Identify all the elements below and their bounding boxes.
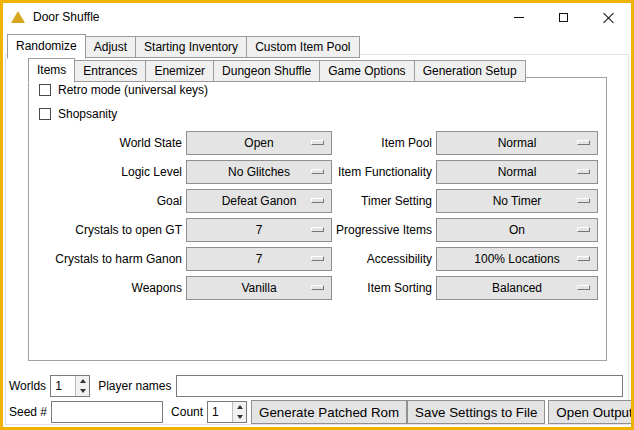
- tab-adjust[interactable]: Adjust: [85, 36, 136, 58]
- retro-mode-label: Retro mode (universal keys): [58, 83, 208, 97]
- spin-up-button[interactable]: [233, 402, 246, 412]
- spin-down-button[interactable]: [76, 386, 89, 396]
- crystals-open-gt-dropdown[interactable]: 7: [186, 218, 332, 242]
- open-output-directory-button[interactable]: Open Output Directory: [548, 400, 634, 424]
- tab-generation-setup[interactable]: Generation Setup: [414, 60, 526, 82]
- minimize-button[interactable]: [496, 3, 541, 31]
- dropdown-indicator-icon: [577, 285, 590, 290]
- dropdown-indicator-icon: [311, 198, 324, 203]
- dropdown-indicator-icon: [311, 227, 324, 232]
- progressive-items-dropdown[interactable]: On: [436, 218, 598, 242]
- logic-level-label: Logic Level: [29, 165, 182, 179]
- world-state-value: Open: [244, 136, 273, 150]
- retro-mode-checkbox-row: Retro mode (universal keys): [39, 83, 208, 97]
- goal-label: Goal: [29, 194, 182, 208]
- item-pool-value: Normal: [498, 136, 537, 150]
- count-spinbox[interactable]: 1: [207, 401, 247, 423]
- save-settings-button[interactable]: Save Settings to File: [407, 400, 545, 424]
- worlds-row: Worlds 1 Player names: [9, 374, 623, 397]
- window-controls: [496, 3, 631, 31]
- weapons-dropdown[interactable]: Vanilla: [186, 276, 332, 300]
- seed-input[interactable]: [51, 401, 163, 423]
- logic-level-dropdown[interactable]: No Glitches: [186, 160, 332, 184]
- crystals-harm-ganon-label: Crystals to harm Ganon: [29, 252, 182, 266]
- world-state-dropdown[interactable]: Open: [186, 131, 332, 155]
- dropdown-indicator-icon: [577, 169, 590, 174]
- item-pool-label: Item Pool: [332, 136, 432, 150]
- tab-game-options[interactable]: Game Options: [319, 60, 414, 82]
- window: Door Shuffle Randomize Adjust Starting I…: [0, 0, 634, 430]
- item-sorting-label: Item Sorting: [332, 281, 432, 295]
- tab-enemizer[interactable]: Enemizer: [145, 60, 214, 82]
- dropdown-indicator-icon: [577, 140, 590, 145]
- worlds-value: 1: [51, 376, 75, 396]
- crystals-open-gt-label: Crystals to open GT: [29, 223, 182, 237]
- shopsanity-label: Shopsanity: [58, 107, 117, 121]
- minimize-icon: [514, 17, 524, 18]
- timer-setting-value: No Timer: [493, 194, 542, 208]
- count-value: 1: [208, 402, 232, 422]
- maximize-icon: [559, 13, 568, 22]
- accessibility-label: Accessibility: [332, 252, 432, 266]
- item-functionality-value: Normal: [498, 165, 537, 179]
- timer-setting-label: Timer Setting: [332, 194, 432, 208]
- tab-custom-item-pool[interactable]: Custom Item Pool: [246, 36, 359, 58]
- item-functionality-label: Item Functionality: [332, 165, 432, 179]
- items-pane: Retro mode (universal keys) Shopsanity W…: [28, 77, 607, 361]
- outer-tab-bar: Randomize Adjust Starting Inventory Cust…: [7, 34, 359, 58]
- seed-label: Seed #: [9, 405, 47, 419]
- tab-items[interactable]: Items: [28, 58, 75, 83]
- weapons-label: Weapons: [29, 281, 182, 295]
- window-title: Door Shuffle: [33, 10, 100, 24]
- worlds-spin-arrows: [75, 376, 89, 396]
- tab-entrances[interactable]: Entrances: [74, 60, 146, 82]
- timer-setting-dropdown[interactable]: No Timer: [436, 189, 598, 213]
- option-row: Logic Level No Glitches Item Functionali…: [29, 160, 606, 184]
- inner-tab-bar: Items Entrances Enemizer Dungeon Shuffle…: [28, 58, 525, 82]
- spin-up-button[interactable]: [76, 376, 89, 386]
- close-button[interactable]: [586, 3, 631, 31]
- item-functionality-dropdown[interactable]: Normal: [436, 160, 598, 184]
- spin-down-button[interactable]: [233, 412, 246, 422]
- dropdown-indicator-icon: [311, 256, 324, 261]
- retro-mode-checkbox[interactable]: [39, 84, 51, 96]
- maximize-button[interactable]: [541, 3, 586, 31]
- worlds-spinbox[interactable]: 1: [50, 375, 90, 397]
- player-names-label: Player names: [98, 379, 171, 393]
- shopsanity-checkbox-row: Shopsanity: [39, 107, 117, 121]
- progressive-items-label: Progressive Items: [332, 223, 432, 237]
- worlds-label: Worlds: [9, 379, 46, 393]
- arrow-up-icon: [80, 379, 86, 383]
- dropdown-indicator-icon: [577, 198, 590, 203]
- player-names-input[interactable]: [176, 375, 624, 397]
- count-spin-arrows: [232, 402, 246, 422]
- weapons-value: Vanilla: [241, 281, 276, 295]
- dropdown-indicator-icon: [577, 227, 590, 232]
- crystals-harm-ganon-value: 7: [256, 252, 263, 266]
- accessibility-dropdown[interactable]: 100% Locations: [436, 247, 598, 271]
- item-pool-dropdown[interactable]: Normal: [436, 131, 598, 155]
- shopsanity-checkbox[interactable]: [39, 108, 51, 120]
- goal-dropdown[interactable]: Defeat Ganon: [186, 189, 332, 213]
- arrow-down-icon: [237, 415, 243, 419]
- dropdown-indicator-icon: [577, 256, 590, 261]
- option-row: Crystals to open GT 7 Progressive Items …: [29, 218, 606, 242]
- dropdown-indicator-icon: [311, 285, 324, 290]
- count-label: Count: [171, 405, 203, 419]
- goal-value: Defeat Ganon: [222, 194, 297, 208]
- generate-patched-rom-button[interactable]: Generate Patched Rom: [251, 400, 407, 424]
- crystals-harm-ganon-dropdown[interactable]: 7: [186, 247, 332, 271]
- item-sorting-value: Balanced: [492, 281, 542, 295]
- item-sorting-dropdown[interactable]: Balanced: [436, 276, 598, 300]
- tab-starting-inventory[interactable]: Starting Inventory: [135, 36, 247, 58]
- dropdown-indicator-icon: [311, 169, 324, 174]
- seed-row: Seed # Count 1 Generate Patched Rom Save…: [9, 400, 623, 424]
- arrow-down-icon: [80, 389, 86, 393]
- tab-randomize[interactable]: Randomize: [7, 34, 86, 59]
- dropdown-indicator-icon: [311, 140, 324, 145]
- option-row: Weapons Vanilla Item Sorting Balanced: [29, 276, 606, 300]
- arrow-up-icon: [237, 405, 243, 409]
- accessibility-value: 100% Locations: [474, 252, 559, 266]
- progressive-items-value: On: [509, 223, 525, 237]
- tab-dungeon-shuffle[interactable]: Dungeon Shuffle: [213, 60, 320, 82]
